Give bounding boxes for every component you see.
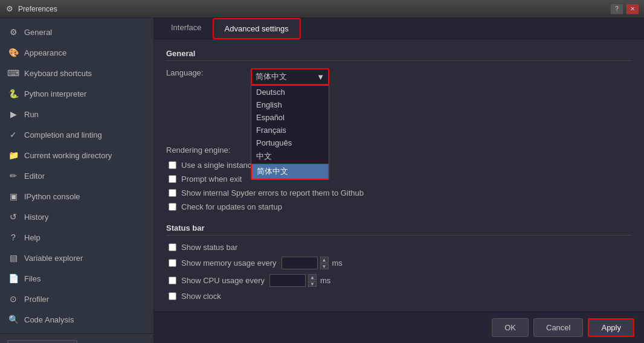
dropdown-option-portugues[interactable]: Português [251,136,329,149]
rendering-engine-row: Rendering engine: [166,146,632,155]
dropdown-option-deutsch[interactable]: Deutsch [251,86,329,98]
sidebar-item-label: Files [24,274,40,283]
sidebar-item-editor[interactable]: ✏ Editor [0,165,153,186]
language-dropdown[interactable]: 简体中文 ▼ [251,68,329,85]
reset-to-defaults-button[interactable]: Reset to defaults [7,340,77,343]
variable-icon: ▤ [7,252,19,264]
show-clock-checkbox[interactable] [169,292,176,300]
sidebar-item-help[interactable]: ? Help [0,227,153,248]
cpu-value-input[interactable]: 2000 [269,274,306,287]
prompt-exit-label: Prompt when exit [181,175,242,184]
sidebar-item-label: Python interpreter [24,89,86,98]
sidebar-item-profiler[interactable]: ⊙ Profiler [0,289,153,309]
memory-spinbox-arrows: ▲ ▼ [320,257,329,269]
check-icon: ✓ [7,129,19,141]
sidebar-item-label: IPython console [24,192,80,201]
memory-up-arrow[interactable]: ▲ [320,257,329,263]
console-icon: ▣ [7,190,19,202]
show-status-bar-label: Show status bar [181,243,237,252]
sidebar-item-code-analysis[interactable]: 🔍 Code Analysis [0,309,153,330]
cpu-unit-label: ms [320,276,330,285]
dropdown-option-english[interactable]: English [251,98,329,111]
dropdown-option-simplified-chinese[interactable]: 简体中文 [251,164,329,179]
show-status-bar-row: Show status bar [166,243,632,252]
memory-unit-label: ms [332,258,343,268]
sidebar-item-history[interactable]: ↺ History [0,207,153,227]
cancel-button[interactable]: Cancel [533,318,583,337]
memory-spinbox-container: 2000 ▲ ▼ [282,257,329,269]
memory-usage-checkbox[interactable] [169,259,176,267]
dropdown-option-espanol[interactable]: Español [251,111,329,124]
code-analysis-icon: 🔍 [7,313,19,325]
sidebar-item-completion-linting[interactable]: ✓ Completion and linting [0,124,153,145]
content-area: Interface Advanced settings General Lang… [154,18,644,343]
help-button[interactable]: ? [610,4,623,14]
language-label: Language: [166,68,251,77]
tab-advanced-settings[interactable]: Advanced settings [213,18,301,39]
memory-value-input[interactable]: 2000 [282,257,318,269]
spyder-errors-checkbox[interactable] [169,189,176,197]
help-icon: ? [7,231,19,243]
sidebar-item-run[interactable]: ▶ Run [0,104,153,124]
cpu-spinbox-container: 2000 ▲ ▼ [269,274,317,287]
dropdown-option-zhongwen[interactable]: 中文 [251,149,329,164]
show-status-bar-checkbox[interactable] [169,243,176,251]
sidebar-item-label: Editor [24,172,45,181]
sidebar-item-appearance[interactable]: 🎨 Appearance [0,42,153,63]
check-updates-checkbox[interactable] [169,203,176,211]
window-title: Preferences [18,5,610,13]
ok-button[interactable]: OK [492,318,529,337]
sidebar-item-label: Completion and linting [24,130,102,139]
sidebar-item-label: Appearance [24,48,66,57]
spyder-errors-label: Show internal Spyder errors to report th… [181,188,364,197]
sidebar-item-label: Profiler [24,295,49,304]
apply-button[interactable]: Apply [588,318,634,337]
sidebar-item-label: Keyboard shortcuts [24,69,92,78]
close-button[interactable]: ✕ [626,4,639,14]
language-dropdown-list: Deutsch English Español Français Portugu… [251,85,329,180]
sidebar-item-keyboard-shortcuts[interactable]: ⌨ Keyboard shortcuts [0,63,153,83]
sidebar-item-python-interpreter[interactable]: 🐍 Python interpreter [0,83,153,104]
memory-down-arrow[interactable]: ▼ [320,263,329,269]
files-icon: 📄 [7,272,19,284]
dropdown-option-francais[interactable]: Français [251,124,329,136]
folder-icon: 📁 [7,149,19,161]
single-instance-label: Use a single instance [181,161,256,170]
keyboard-icon: ⌨ [7,67,19,79]
sidebar-footer: Reset to defaults [0,333,153,343]
sidebar-item-ipython-console[interactable]: ▣ IPython console [0,186,153,207]
memory-usage-label: Show memory usage every [181,258,277,268]
sidebar-item-variable-explorer[interactable]: ▤ Variable explorer [0,248,153,268]
sidebar-item-label: Variable explorer [24,254,83,263]
single-instance-row: Use a single instance [166,161,632,170]
dropdown-arrow-icon: ▼ [317,72,324,82]
check-updates-label: Check for updates on startup [181,202,282,211]
sidebar-item-label: General [24,28,52,37]
sidebar-item-label: Current working directory [24,151,112,160]
bottom-bar: OK Cancel Apply [154,312,644,343]
sidebar-items-list: ⚙ General 🎨 Appearance ⌨ Keyboard shortc… [0,18,153,333]
show-clock-row: Show clock [166,292,632,301]
run-icon: ▶ [7,108,19,120]
general-section: General Language: 简体中文 ▼ Deutsch English… [166,49,632,211]
cpu-usage-label: Show CPU usage every [181,276,265,285]
cpu-down-arrow[interactable]: ▼ [308,281,317,287]
cpu-usage-checkbox[interactable] [169,277,176,284]
sidebar-item-label: Help [24,233,40,242]
language-selected-value: 简体中文 [256,71,287,82]
sidebar-item-files[interactable]: 📄 Files [0,268,153,289]
prompt-exit-checkbox[interactable] [169,175,176,183]
sidebar-item-label: Run [24,110,39,119]
sidebar-item-general[interactable]: ⚙ General [0,22,153,42]
single-instance-checkbox[interactable] [169,161,176,169]
sidebar: ⚙ General 🎨 Appearance ⌨ Keyboard shortc… [0,18,154,343]
history-icon: ↺ [7,211,19,223]
cpu-spinbox-arrows: ▲ ▼ [308,274,317,287]
rendering-engine-label: Rendering engine: [166,146,251,155]
status-bar-section: Status bar Show status bar Show memory u… [166,223,632,301]
tab-interface[interactable]: Interface [160,18,213,39]
general-section-title: General [166,49,632,61]
language-dropdown-container[interactable]: 简体中文 ▼ Deutsch English Español Français … [251,68,329,85]
sidebar-item-current-working-directory[interactable]: 📁 Current working directory [0,145,153,165]
cpu-up-arrow[interactable]: ▲ [308,274,317,280]
